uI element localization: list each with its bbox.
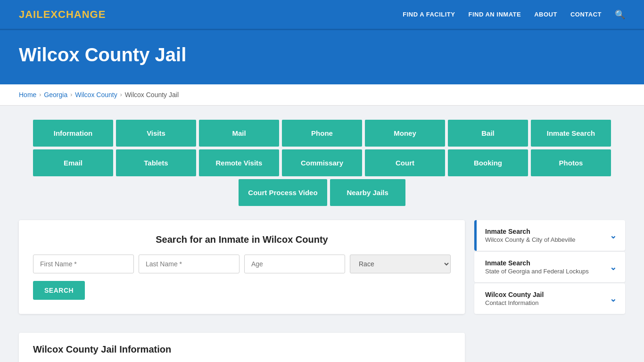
sidebar: Inmate Search Wilcox County & City of Ab…: [474, 220, 625, 314]
chevron-down-icon-3: ⌄: [610, 294, 617, 304]
sidebar-item-1-header[interactable]: Inmate Search Wilcox County & City of Ab…: [474, 220, 625, 251]
btn-mail[interactable]: Mail: [199, 120, 279, 147]
last-name-input[interactable]: [139, 255, 239, 273]
page-title: Wilcox County Jail: [19, 44, 625, 66]
breadcrumb-home[interactable]: Home: [19, 91, 36, 99]
age-input[interactable]: [244, 255, 345, 273]
breadcrumb-georgia[interactable]: Georgia: [44, 91, 67, 99]
breadcrumb-sep-1: ›: [39, 91, 41, 98]
content-area: Search for an Inmate in Wilcox County Ra…: [19, 220, 625, 362]
btn-court-process-video[interactable]: Court Process Video: [239, 179, 327, 206]
sidebar-item-2: Inmate Search State of Georgia and Feder…: [474, 252, 625, 282]
btn-information[interactable]: Information: [33, 120, 113, 147]
button-row-1: Information Visits Mail Phone Money Bail…: [19, 120, 625, 147]
sidebar-item-1-text: Inmate Search Wilcox County & City of Ab…: [485, 228, 575, 243]
breadcrumb-current: Wilcox County Jail: [125, 91, 179, 99]
button-row-3: Court Process Video Nearby Jails: [19, 179, 625, 206]
breadcrumb-sep-2: ›: [70, 91, 72, 98]
search-form-row: Race White Black Hispanic Asian Other: [33, 255, 451, 273]
jail-info-title: Wilcox County Jail Information: [33, 344, 451, 355]
inmate-search-panel: Search for an Inmate in Wilcox County Ra…: [19, 220, 465, 314]
search-icon-button[interactable]: 🔍: [615, 9, 625, 20]
breadcrumb: Home › Georgia › Wilcox County › Wilcox …: [19, 91, 625, 99]
main-content: Information Visits Mail Phone Money Bail…: [0, 106, 644, 362]
sidebar-item-1-title: Inmate Search: [485, 228, 575, 235]
btn-phone[interactable]: Phone: [282, 120, 362, 147]
sidebar-item-2-text: Inmate Search State of Georgia and Feder…: [485, 259, 589, 275]
breadcrumb-wilcox-county[interactable]: Wilcox County: [75, 91, 117, 99]
site-logo[interactable]: JAILEXCHANGE: [19, 8, 106, 21]
btn-tablets[interactable]: Tablets: [116, 149, 196, 176]
sidebar-item-3-header[interactable]: Wilcox County Jail Contact Information ⌄: [474, 283, 625, 314]
btn-commissary[interactable]: Commissary: [282, 149, 362, 176]
search-panel-title: Search for an Inmate in Wilcox County: [33, 234, 451, 245]
nav-contact[interactable]: CONTACT: [570, 11, 602, 18]
logo-jail: JAIL: [19, 8, 43, 20]
btn-booking[interactable]: Booking: [448, 149, 528, 176]
sidebar-item-2-header[interactable]: Inmate Search State of Georgia and Feder…: [474, 252, 625, 282]
sidebar-item-3-text: Wilcox County Jail Contact Information: [485, 291, 544, 306]
nav-about[interactable]: ABOUT: [534, 11, 557, 18]
nav-find-inmate[interactable]: FIND AN INMATE: [468, 11, 521, 18]
btn-email[interactable]: Email: [33, 149, 113, 176]
button-row-2: Email Tablets Remote Visits Commissary C…: [19, 149, 625, 176]
sidebar-item-3: Wilcox County Jail Contact Information ⌄: [474, 283, 625, 314]
feature-button-grid: Information Visits Mail Phone Money Bail…: [19, 120, 625, 206]
sidebar-item-3-title: Wilcox County Jail: [485, 291, 544, 298]
btn-inmate-search[interactable]: Inmate Search: [531, 120, 611, 147]
main-nav: FIND A FACILITY FIND AN INMATE ABOUT CON…: [403, 9, 625, 20]
left-column: Search for an Inmate in Wilcox County Ra…: [19, 220, 465, 362]
btn-nearby-jails[interactable]: Nearby Jails: [330, 179, 405, 206]
sidebar-item-3-subtitle: Contact Information: [485, 299, 544, 306]
logo-exchange: EXCHANGE: [43, 8, 106, 20]
chevron-down-icon-1: ⌄: [610, 230, 617, 241]
search-submit-button[interactable]: SEARCH: [33, 281, 85, 300]
sidebar-item-1-subtitle: Wilcox County & City of Abbeville: [485, 236, 575, 243]
btn-visits[interactable]: Visits: [116, 120, 196, 147]
breadcrumb-bar: Home › Georgia › Wilcox County › Wilcox …: [0, 84, 644, 106]
site-header: JAILEXCHANGE FIND A FACILITY FIND AN INM…: [0, 0, 644, 30]
btn-bail[interactable]: Bail: [448, 120, 528, 147]
jail-info-section: Wilcox County Jail Information: [19, 333, 465, 362]
btn-money[interactable]: Money: [365, 120, 445, 147]
btn-court[interactable]: Court: [365, 149, 445, 176]
first-name-input[interactable]: [33, 255, 134, 273]
sidebar-item-2-subtitle: State of Georgia and Federal Lockups: [485, 268, 589, 275]
btn-photos[interactable]: Photos: [531, 149, 611, 176]
chevron-down-icon-2: ⌄: [610, 262, 617, 272]
sidebar-item-1: Inmate Search Wilcox County & City of Ab…: [474, 220, 625, 251]
nav-find-facility[interactable]: FIND A FACILITY: [403, 11, 455, 18]
sidebar-item-2-title: Inmate Search: [485, 259, 589, 267]
btn-remote-visits[interactable]: Remote Visits: [199, 149, 279, 176]
breadcrumb-sep-3: ›: [120, 91, 122, 98]
race-select[interactable]: Race White Black Hispanic Asian Other: [350, 255, 451, 273]
hero-section: Wilcox County Jail: [0, 30, 644, 84]
